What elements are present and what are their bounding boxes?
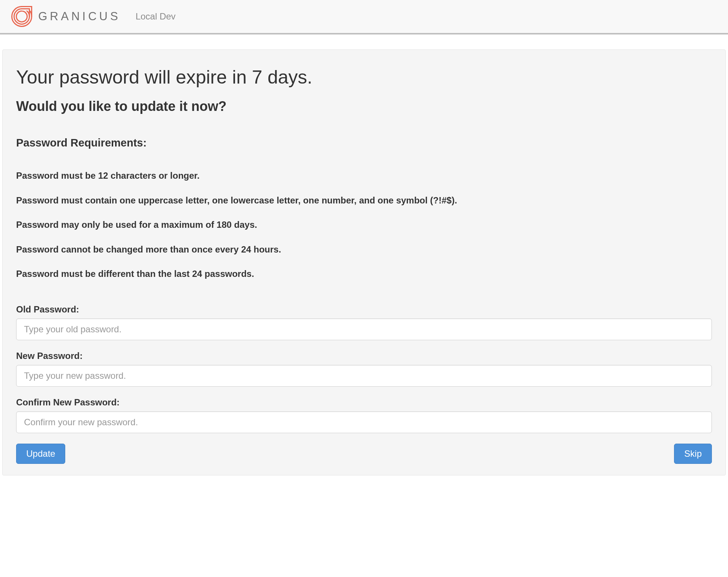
requirements-list: Password must be 12 characters or longer… xyxy=(16,169,712,280)
new-password-group: New Password: xyxy=(16,351,712,387)
old-password-label: Old Password: xyxy=(16,304,712,315)
svg-point-2 xyxy=(16,11,27,22)
skip-button[interactable]: Skip xyxy=(674,444,712,464)
requirement-item: Password must be 12 characters or longer… xyxy=(16,169,712,182)
requirements-heading: Password Requirements: xyxy=(16,137,712,149)
update-button[interactable]: Update xyxy=(16,444,65,464)
confirm-password-group: Confirm New Password: xyxy=(16,397,712,433)
confirm-password-input[interactable] xyxy=(16,411,712,433)
top-bar: GRANICUS Local Dev xyxy=(0,0,728,34)
password-expiry-panel: Your password will expire in 7 days. Wou… xyxy=(2,49,726,475)
requirement-item: Password may only be used for a maximum … xyxy=(16,218,712,231)
page-title: Your password will expire in 7 days. xyxy=(16,66,712,88)
confirm-password-label: Confirm New Password: xyxy=(16,397,712,408)
page-content: Your password will expire in 7 days. Wou… xyxy=(0,34,728,479)
environment-label: Local Dev xyxy=(136,11,176,22)
brand-name: GRANICUS xyxy=(38,10,121,23)
brand: GRANICUS xyxy=(10,5,121,28)
password-change-form: Old Password: New Password: Confirm New … xyxy=(16,304,712,464)
requirement-item: Password must be different than the last… xyxy=(16,268,712,280)
new-password-label: New Password: xyxy=(16,351,712,361)
new-password-input[interactable] xyxy=(16,365,712,387)
requirement-item: Password cannot be changed more than onc… xyxy=(16,243,712,256)
page-subtitle: Would you like to update it now? xyxy=(16,99,712,114)
brand-logo-icon xyxy=(10,5,33,28)
form-actions: Update Skip xyxy=(16,444,712,464)
requirement-item: Password must contain one uppercase lett… xyxy=(16,194,712,207)
old-password-group: Old Password: xyxy=(16,304,712,340)
old-password-input[interactable] xyxy=(16,318,712,340)
